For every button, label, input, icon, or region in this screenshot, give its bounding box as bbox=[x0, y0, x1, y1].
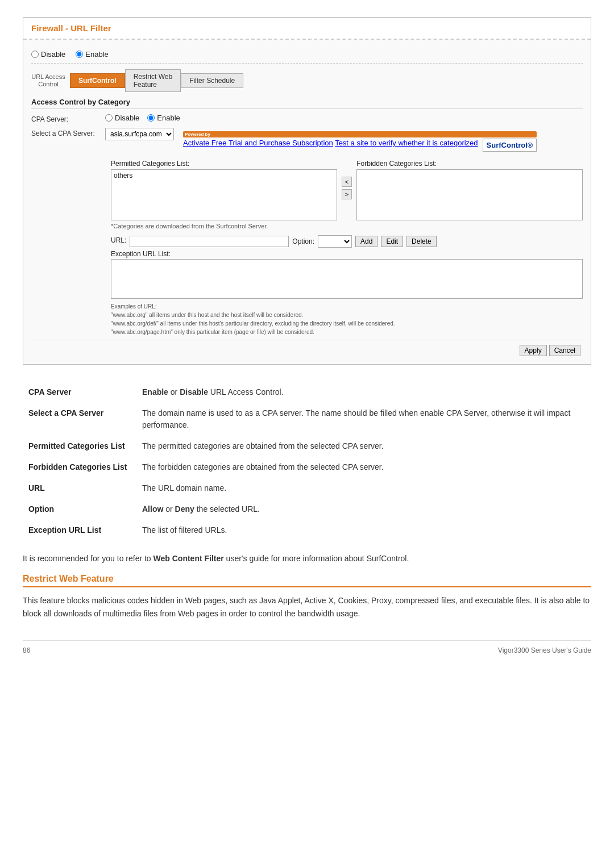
cpa-disable-radio[interactable] bbox=[105, 114, 113, 122]
cpa-server-select[interactable]: asia.surfcpa.com bbox=[105, 128, 174, 140]
surfcontrol-area: Powered by Activate Free Trial and Purch… bbox=[183, 131, 537, 152]
cpa-server-content: Disable Enable bbox=[105, 114, 583, 122]
section-title: Access Control by Category bbox=[31, 95, 583, 109]
panel-body: Disable Enable URL AccessControl SurfCon… bbox=[23, 40, 591, 364]
doc-def: The list of filtered URLs. bbox=[136, 520, 591, 541]
surfcontrol-link-area: Activate Free Trial and Purchase Subscri… bbox=[183, 139, 478, 147]
select-cpa-content: asia.surfcpa.com Powered by Activate Fre… bbox=[105, 128, 583, 152]
url-content: URL: Option: Add Edit Delete Exception U… bbox=[111, 235, 583, 336]
cpa-radio-row: Disable Enable bbox=[105, 114, 583, 122]
cpa-enable-radio[interactable] bbox=[147, 114, 155, 122]
powered-by-badge: Powered by bbox=[183, 131, 537, 137]
exception-url-label: Exception URL List: bbox=[111, 250, 583, 258]
forbidden-list-label: Forbidden Categories List: bbox=[356, 160, 583, 168]
tab-surfcontrol[interactable]: SurfControl bbox=[70, 73, 125, 88]
enable-radio-label[interactable]: Enable bbox=[76, 50, 108, 59]
doc-table-row: Permitted Categories ListThe permitted c… bbox=[23, 436, 591, 457]
doc-table-row: OptionAllow or Deny the selected URL. bbox=[23, 499, 591, 520]
permitted-item-others: others bbox=[113, 171, 335, 180]
delete-button[interactable]: Delete bbox=[406, 236, 437, 247]
url-access-control-label: URL AccessControl bbox=[31, 73, 65, 88]
doc-table: CPA ServerEnable or Disable URL Access C… bbox=[23, 382, 591, 541]
cpa-disable-text: Disable bbox=[115, 114, 139, 122]
doc-term: Select a CPA Server bbox=[23, 403, 136, 436]
tab-restrict-web[interactable]: Restrict WebFeature bbox=[125, 69, 181, 92]
examples-block: Examples of URL: "www.abc.org" all items… bbox=[111, 302, 583, 336]
page-wrapper: Firewall - URL Filter Disable Enable URL… bbox=[23, 17, 591, 654]
arrow-right-btn[interactable]: > bbox=[342, 189, 352, 199]
enable-label: Enable bbox=[85, 50, 108, 59]
panel-title: Firewall - URL Filter bbox=[31, 23, 111, 33]
doc-table-row: URLThe URL domain name. bbox=[23, 478, 591, 499]
doc-table-row: Exception URL ListThe list of filtered U… bbox=[23, 520, 591, 541]
activate-link[interactable]: Activate Free Trial and Purchase Subscri… bbox=[183, 139, 333, 147]
add-button[interactable]: Add bbox=[355, 236, 377, 247]
apply-button[interactable]: Apply bbox=[520, 345, 547, 356]
doc-term: Forbidden Categories List bbox=[23, 457, 136, 478]
cpa-disable-label[interactable]: Disable bbox=[105, 114, 139, 122]
restrict-web-feature-title: Restrict Web Feature bbox=[23, 574, 591, 587]
doc-def: The forbidden categories are obtained fr… bbox=[136, 457, 591, 478]
example-line-2: "www.abc.org/def/" all items under this … bbox=[111, 320, 395, 327]
category-lists-row: Permitted Categories List: others < > Fo… bbox=[31, 156, 583, 232]
forbidden-list-section: Forbidden Categories List: bbox=[356, 160, 583, 220]
surfcontrol-links: Powered by Activate Free Trial and Purch… bbox=[183, 131, 537, 152]
disable-label: Disable bbox=[41, 50, 65, 59]
permitted-list-box[interactable]: others bbox=[111, 169, 337, 220]
categories-note: *Categories are downloaded from the Surf… bbox=[111, 223, 583, 229]
panel-header: Firewall - URL Filter bbox=[23, 18, 591, 40]
surfcontrol-brand: SurfControl® bbox=[487, 141, 533, 149]
para1-link: Web Content Filter bbox=[154, 554, 224, 563]
url-row: URL: Option: Add Edit Delete Exception U… bbox=[31, 235, 583, 336]
page-number: 86 bbox=[23, 646, 30, 654]
doc-def: The URL domain name. bbox=[136, 478, 591, 499]
doc-def: Enable or Disable URL Access Control. bbox=[136, 382, 591, 403]
doc-def: The domain name is used to as a CPA serv… bbox=[136, 403, 591, 436]
restrict-web-para: This feature blocks malicious codes hidd… bbox=[23, 594, 591, 620]
doc-term: Option bbox=[23, 499, 136, 520]
doc-table-row: Forbidden Categories ListThe forbidden c… bbox=[23, 457, 591, 478]
exception-url-box[interactable] bbox=[111, 259, 583, 299]
arrow-left-btn[interactable]: < bbox=[342, 177, 352, 187]
cpa-server-row: CPA Server: Disable Enable bbox=[31, 114, 583, 123]
enable-disable-row: Disable Enable bbox=[31, 45, 583, 64]
tab-filter-schedule[interactable]: Filter Schedule bbox=[181, 73, 243, 88]
examples-title: Examples of URL: bbox=[111, 303, 157, 310]
doc-def: Allow or Deny the selected URL. bbox=[136, 499, 591, 520]
forbidden-list-box[interactable] bbox=[356, 169, 583, 220]
doc-term: Exception URL List bbox=[23, 520, 136, 541]
select-cpa-row: Select a CPA Server: asia.surfcpa.com Po… bbox=[31, 128, 583, 152]
tabs-row: URL AccessControl SurfControl Restrict W… bbox=[31, 69, 583, 92]
example-line-1: "www.abc.org" all items under this host … bbox=[111, 312, 303, 318]
option-label: Option: bbox=[292, 237, 314, 245]
category-lists-content: Permitted Categories List: others < > Fo… bbox=[111, 156, 583, 232]
cpa-enable-text: Enable bbox=[157, 114, 180, 122]
cpa-server-label: CPA Server: bbox=[31, 114, 99, 123]
doc-table-row: CPA ServerEnable or Disable URL Access C… bbox=[23, 382, 591, 403]
cat-lists: Permitted Categories List: others < > Fo… bbox=[111, 160, 583, 220]
url-label: URL: bbox=[111, 236, 126, 244]
url-input[interactable] bbox=[130, 236, 289, 247]
cancel-button[interactable]: Cancel bbox=[549, 345, 580, 356]
doc-section: CPA ServerEnable or Disable URL Access C… bbox=[23, 382, 591, 640]
doc-table-row: Select a CPA ServerThe domain name is us… bbox=[23, 403, 591, 436]
permitted-list-label: Permitted Categories List: bbox=[111, 160, 337, 168]
doc-para-1: It is recommended for you to refer to We… bbox=[23, 552, 591, 565]
permitted-list-section: Permitted Categories List: others bbox=[111, 160, 337, 220]
surfcontrol-logo: SurfControl® bbox=[483, 139, 537, 152]
para1-prefix: It is recommended for you to refer to bbox=[23, 554, 154, 563]
disable-radio-label[interactable]: Disable bbox=[31, 50, 65, 59]
enable-radio[interactable] bbox=[76, 51, 83, 58]
para1-suffix: user's guide for more information about … bbox=[224, 554, 409, 563]
edit-button[interactable]: Edit bbox=[381, 236, 403, 247]
example-line-3: "www.abc.org/page.htm" only this particu… bbox=[111, 329, 314, 335]
option-select[interactable] bbox=[318, 235, 352, 248]
test-link[interactable]: Test a site to verify whether it is cate… bbox=[335, 139, 478, 147]
url-input-row: URL: Option: Add Edit Delete bbox=[111, 235, 583, 248]
guide-title: Vigor3300 Series User's Guide bbox=[498, 646, 591, 654]
action-row: Apply Cancel bbox=[31, 340, 583, 358]
disable-radio[interactable] bbox=[31, 51, 39, 58]
select-cpa-label: Select a CPA Server: bbox=[31, 128, 99, 137]
cpa-enable-label[interactable]: Enable bbox=[147, 114, 180, 122]
page-footer: 86 Vigor3300 Series User's Guide bbox=[23, 640, 591, 654]
